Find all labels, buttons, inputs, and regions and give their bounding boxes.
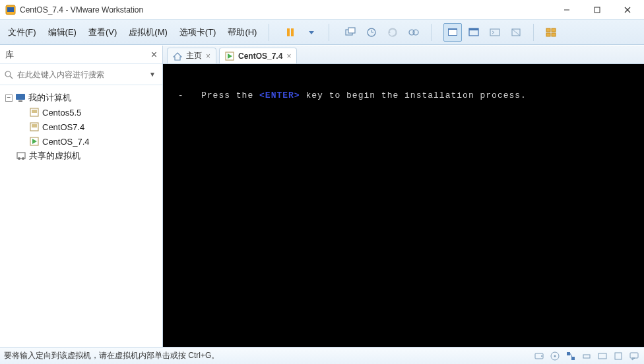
collapse-icon[interactable]: −: [5, 94, 13, 102]
svg-marker-40: [32, 139, 37, 144]
maximize-button[interactable]: [582, 0, 612, 20]
vm-console[interactable]: - Press the <ENTER> key to begin the ins…: [163, 64, 644, 347]
tree: − 我的计算机 Centos5.5 CentOS7.4: [0, 85, 162, 168]
pause-button[interactable]: [281, 23, 300, 42]
console-line: - Press the <ENTER> key to begin the ins…: [172, 91, 635, 100]
disk-icon[interactable]: [533, 350, 545, 362]
svg-rect-3: [595, 7, 600, 13]
tree-label: 我的计算机: [28, 92, 71, 104]
search-dropdown[interactable]: ▼: [146, 71, 158, 78]
app-icon: [5, 5, 16, 15]
manage-snapshot-button[interactable]: [404, 23, 423, 42]
tree-node-vm1[interactable]: Centos5.5: [3, 105, 160, 120]
svg-rect-33: [16, 94, 25, 100]
main: 主页 × CentOS_7.4 × - Press the <ENTER> ke…: [163, 46, 644, 347]
svg-rect-56: [615, 353, 622, 359]
tree-node-shared[interactable]: 共享的虚拟机: [3, 149, 160, 163]
separator: [269, 24, 269, 41]
sidebar-header: 库 ×: [0, 46, 162, 64]
stretch-button[interactable]: [507, 23, 525, 42]
sound-icon[interactable]: [596, 350, 608, 362]
sidebar: 库 × ▼ − 我的计算机 Centos5.5: [0, 46, 163, 347]
tab-label: 主页: [186, 50, 202, 61]
menu-edit[interactable]: 编辑(E): [43, 24, 82, 41]
svg-point-50: [554, 355, 556, 357]
svg-point-17: [413, 30, 418, 35]
console-text-prefix: - Press the: [172, 91, 259, 100]
send-ctrl-alt-del-button[interactable]: [341, 23, 360, 42]
search-input[interactable]: [17, 70, 143, 79]
network-icon[interactable]: [565, 350, 577, 362]
tab-home[interactable]: 主页 ×: [167, 48, 216, 63]
statusbar: 要将输入定向到该虚拟机，请在虚拟机内部单击或按 Ctrl+G。: [0, 347, 644, 364]
printer-icon[interactable]: [612, 350, 624, 362]
tree-node-vm3[interactable]: CentOS_7.4: [3, 134, 160, 149]
svg-rect-57: [630, 353, 638, 358]
svg-marker-58: [632, 358, 635, 360]
fullscreen-button[interactable]: [443, 23, 462, 42]
sidebar-search: ▼: [0, 64, 162, 85]
snapshot-button[interactable]: [362, 23, 381, 42]
svg-marker-44: [174, 53, 181, 60]
svg-marker-46: [228, 54, 232, 59]
tree-node-mycomputer[interactable]: − 我的计算机: [3, 91, 160, 105]
window-title: CentOS_7.4 - VMware Workstation: [20, 5, 552, 15]
tab-label: CentOS_7.4: [238, 52, 282, 61]
shared-icon: [16, 151, 26, 161]
power-dropdown[interactable]: [302, 23, 321, 42]
unity-button[interactable]: [465, 23, 483, 42]
svg-rect-34: [18, 100, 22, 102]
svg-rect-28: [552, 28, 556, 32]
console-enter-key: <ENTER>: [259, 91, 300, 100]
message-icon[interactable]: [628, 350, 640, 362]
vm-running-icon: [29, 136, 40, 147]
menu-view[interactable]: 查看(V): [83, 24, 122, 41]
console-view-button[interactable]: [486, 23, 504, 42]
svg-line-32: [10, 76, 13, 79]
sidebar-close-button[interactable]: ×: [151, 49, 157, 61]
close-button[interactable]: [612, 0, 643, 20]
tab-close-button[interactable]: ×: [206, 52, 210, 61]
svg-rect-38: [32, 124, 37, 127]
tree-label: CentOS_7.4: [42, 137, 90, 147]
svg-point-42: [18, 157, 20, 160]
usb-icon[interactable]: [581, 350, 593, 362]
cd-icon[interactable]: [549, 350, 561, 362]
svg-rect-6: [287, 28, 290, 36]
svg-rect-30: [552, 33, 556, 36]
svg-rect-7: [291, 28, 294, 36]
thumbnail-button[interactable]: [542, 23, 560, 42]
tab-bar: 主页 × CentOS_7.4 ×: [163, 46, 644, 64]
svg-rect-51: [567, 352, 570, 355]
svg-rect-29: [546, 33, 550, 36]
tab-close-button[interactable]: ×: [286, 52, 291, 61]
svg-line-24: [492, 32, 494, 34]
titlebar: CentOS_7.4 - VMware Workstation: [0, 0, 644, 20]
tab-active-vm[interactable]: CentOS_7.4 ×: [219, 48, 297, 63]
tree-label: 共享的虚拟机: [29, 150, 80, 162]
sidebar-title: 库: [5, 49, 151, 61]
svg-rect-55: [598, 353, 606, 359]
menu-vm[interactable]: 虚拟机(M): [123, 24, 173, 41]
menubar: 文件(F) 编辑(E) 查看(V) 虚拟机(M) 选项卡(T) 帮助(H): [0, 20, 644, 45]
tree-node-vm2[interactable]: CentOS7.4: [3, 120, 160, 134]
content: 库 × ▼ − 我的计算机 Centos5.5: [0, 45, 644, 347]
menu-help[interactable]: 帮助(H): [222, 24, 262, 41]
menu-tabs[interactable]: 选项卡(T): [174, 24, 222, 41]
minimize-button[interactable]: [552, 0, 582, 20]
menu-file[interactable]: 文件(F): [3, 24, 42, 41]
search-icon: [4, 70, 13, 79]
console-text-suffix: key to begin the installation process.: [300, 91, 527, 100]
vm-icon: [29, 122, 40, 132]
monitor-icon: [15, 92, 26, 103]
tree-label: CentOS7.4: [42, 122, 84, 132]
svg-rect-36: [32, 110, 37, 113]
status-text: 要将输入定向到该虚拟机，请在虚拟机内部单击或按 Ctrl+G。: [4, 350, 533, 361]
svg-marker-8: [309, 31, 314, 34]
svg-rect-22: [490, 29, 499, 36]
vm-icon: [29, 107, 40, 118]
svg-point-31: [5, 71, 11, 77]
revert-snapshot-button[interactable]: [383, 23, 402, 42]
svg-point-48: [541, 355, 542, 357]
separator: [431, 24, 432, 41]
